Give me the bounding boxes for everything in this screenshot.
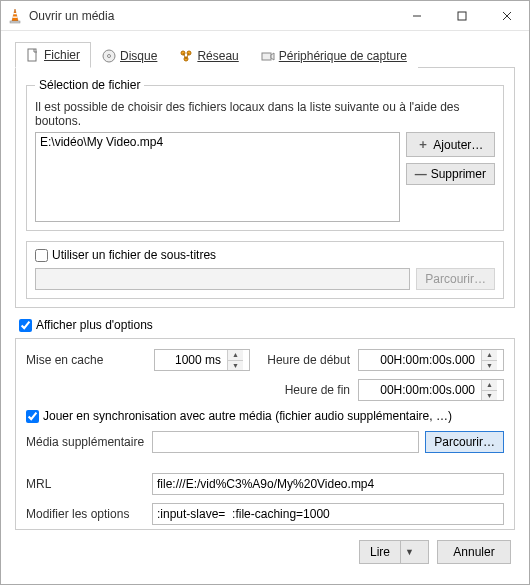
show-more-label: Afficher plus d'options: [36, 318, 153, 332]
use-subtitle-checkbox[interactable]: [35, 249, 48, 262]
svg-rect-3: [13, 16, 18, 17]
tab-disc[interactable]: Disque: [91, 42, 168, 68]
tabbar: Fichier Disque Réseau Périphérique de ca…: [15, 41, 515, 68]
network-icon: [179, 49, 193, 63]
extra-media-browse-button[interactable]: Parcourir…: [425, 431, 504, 453]
chevron-down-icon[interactable]: ▼: [482, 361, 497, 371]
sync-label: Jouer en synchronisation avec autre médi…: [43, 409, 452, 423]
tab-file-label: Fichier: [44, 48, 80, 62]
edit-options-input[interactable]: [152, 503, 504, 525]
content-area: Fichier Disque Réseau Périphérique de ca…: [1, 31, 529, 584]
extra-media-label: Média supplémentaire: [26, 435, 146, 449]
end-time-label: Heure de fin: [285, 383, 350, 397]
mrl-input[interactable]: [152, 473, 504, 495]
tab-page-file: Sélection de fichier Il est possible de …: [15, 68, 515, 308]
start-time-spinner[interactable]: ▲▼: [358, 349, 504, 371]
svg-rect-8: [28, 49, 36, 61]
close-button[interactable]: [484, 1, 529, 30]
chevron-up-icon[interactable]: ▲: [482, 380, 497, 391]
svg-rect-5: [458, 12, 466, 20]
disc-icon: [102, 49, 116, 63]
open-media-window: Ouvrir un média Fichier: [0, 0, 530, 585]
svg-point-10: [108, 54, 111, 57]
end-time-value[interactable]: [359, 380, 481, 400]
file-selection-group: Sélection de fichier Il est possible de …: [26, 78, 504, 231]
remove-file-button[interactable]: — Supprimer: [406, 163, 495, 185]
cache-value[interactable]: [155, 350, 227, 370]
chevron-down-icon[interactable]: ▼: [482, 391, 497, 401]
plus-icon: ＋: [417, 136, 429, 153]
titlebar: Ouvrir un média: [1, 1, 529, 31]
svg-rect-16: [262, 53, 271, 60]
subtitle-browse-button: Parcourir…: [416, 268, 495, 290]
tab-capture[interactable]: Périphérique de capture: [250, 42, 418, 68]
subtitles-group: Utiliser un fichier de sous-titres Parco…: [26, 241, 504, 299]
file-list[interactable]: E:\vidéo\My Video.mp4: [35, 132, 400, 222]
tab-network[interactable]: Réseau: [168, 42, 249, 68]
svg-rect-2: [13, 13, 17, 14]
start-time-label: Heure de début: [267, 353, 350, 367]
vlc-cone-icon: [7, 8, 23, 24]
maximize-button[interactable]: [439, 1, 484, 30]
file-icon: [26, 48, 40, 62]
svg-rect-1: [10, 21, 20, 23]
file-list-item[interactable]: E:\vidéo\My Video.mp4: [40, 135, 395, 149]
extra-media-input[interactable]: [152, 431, 419, 453]
show-more-options[interactable]: Afficher plus d'options: [19, 318, 511, 332]
add-file-button[interactable]: ＋ Ajouter…: [406, 132, 495, 157]
play-button[interactable]: Lire ▼: [359, 540, 429, 564]
file-selection-hint: Il est possible de choisir des fichiers …: [35, 100, 495, 128]
chevron-down-icon[interactable]: ▼: [228, 361, 243, 371]
edit-options-label: Modifier les options: [26, 507, 146, 521]
mrl-label: MRL: [26, 477, 146, 491]
file-selection-legend: Sélection de fichier: [35, 78, 144, 92]
end-time-spinner[interactable]: ▲▼: [358, 379, 504, 401]
cancel-button[interactable]: Annuler: [437, 540, 511, 564]
use-subtitle-label: Utiliser un fichier de sous-titres: [52, 248, 216, 262]
sync-checkbox[interactable]: [26, 410, 39, 423]
chevron-up-icon[interactable]: ▲: [482, 350, 497, 361]
svg-marker-0: [12, 9, 18, 21]
minimize-button[interactable]: [394, 1, 439, 30]
tab-network-label: Réseau: [197, 49, 238, 63]
tab-capture-label: Périphérique de capture: [279, 49, 407, 63]
advanced-options-panel: Mise en cache ▲▼ Heure de début ▲▼ Heure…: [15, 338, 515, 530]
footer: Lire ▼ Annuler: [7, 530, 523, 574]
window-title: Ouvrir un média: [29, 9, 394, 23]
window-buttons: [394, 1, 529, 30]
minus-icon: —: [415, 167, 427, 181]
tab-file[interactable]: Fichier: [15, 42, 91, 68]
start-time-value[interactable]: [359, 350, 481, 370]
chevron-down-icon[interactable]: ▼: [400, 541, 418, 563]
show-more-checkbox[interactable]: [19, 319, 32, 332]
cache-label: Mise en cache: [26, 353, 146, 367]
subtitle-path-input: [35, 268, 410, 290]
chevron-up-icon[interactable]: ▲: [228, 350, 243, 361]
tab-disc-label: Disque: [120, 49, 157, 63]
cache-spinner[interactable]: ▲▼: [154, 349, 250, 371]
capture-icon: [261, 49, 275, 63]
